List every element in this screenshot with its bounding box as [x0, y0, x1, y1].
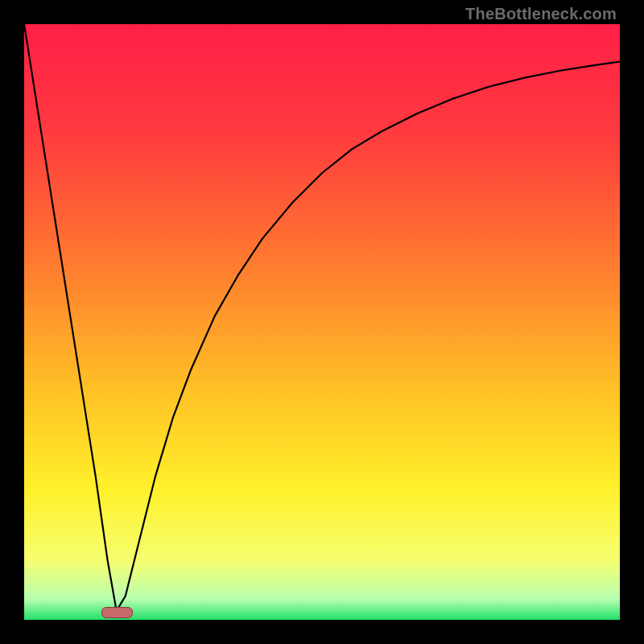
- bottleneck-curve: [24, 24, 620, 620]
- chart-frame: TheBottleneck.com: [0, 0, 644, 644]
- plot-area: [24, 24, 620, 620]
- optimal-marker: [101, 607, 133, 618]
- watermark-text: TheBottleneck.com: [465, 5, 617, 23]
